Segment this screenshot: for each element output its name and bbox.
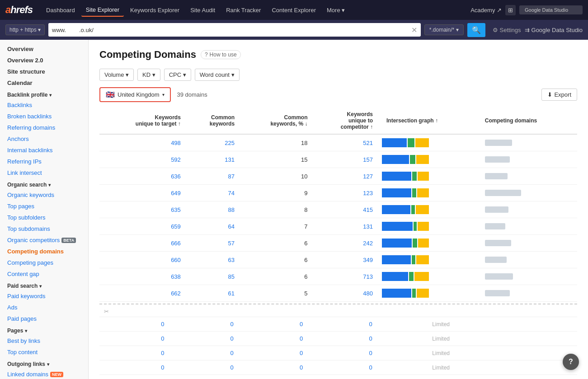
cell-common-kw[interactable]: 74 [185,185,239,201]
cpc-filter[interactable]: CPC ▾ [164,69,191,81]
grid-icon[interactable]: ⊞ [505,5,516,15]
cell-common-kw[interactable]: 85 [185,268,239,285]
table-row[interactable]: 659 64 7 131 [99,218,577,235]
table-row[interactable]: 592 131 15 157 [99,151,577,168]
cell-common-kw[interactable]: 57 [185,235,239,252]
sidebar-item-top-pages[interactable]: Top pages [0,201,88,212]
sidebar-item-anchors[interactable]: Anchors [0,133,88,145]
cell-kw-unique[interactable]: 498 [99,134,185,151]
gds-link[interactable]: ⇉ Google Data Studio [525,27,583,33]
cell-kw-competitor[interactable]: 127 [312,168,377,185]
table-row[interactable]: 662 61 5 480 [99,285,577,302]
settings-link[interactable]: ⚙ Settings [493,27,521,33]
limited-label: Limited [428,346,577,360]
sidebar-item-top-subdomains[interactable]: Top subdomains [0,223,88,234]
cell-kw-unique[interactable]: 662 [99,285,185,302]
sidebar-item-content-gap[interactable]: Content gap [0,268,88,280]
sidebar-item-referring-domains[interactable]: Referring domains [0,122,88,133]
sidebar-item-backlinks[interactable]: Backlinks [0,99,88,111]
nav-site-explorer[interactable]: Site Explorer [81,4,124,17]
cell-kw-competitor[interactable]: 480 [312,285,377,302]
cell-kw-unique[interactable]: 659 [99,218,185,235]
logo[interactable]: ahrefs [5,4,33,16]
sidebar-item-linked-domains[interactable]: Linked domains New [0,369,88,379]
url-clear-icon[interactable]: ✕ [411,26,417,34]
nav-site-audit[interactable]: Site Audit [186,4,220,16]
protocol-select[interactable]: http + https ▾ [5,24,45,35]
nav-keywords-explorer[interactable]: Keywords Explorer [126,4,184,16]
domain-mode-select[interactable]: *.domain/* ▾ [424,24,464,35]
cell-kw-competitor[interactable]: 123 [312,185,377,201]
cell-common-kw[interactable]: 64 [185,218,239,235]
table-row[interactable]: 649 74 9 123 [99,185,577,201]
search-button[interactable]: 🔍 [467,23,485,37]
nav-content-explorer[interactable]: Content Explorer [267,4,320,16]
table-row[interactable]: 638 85 6 713 [99,268,577,285]
volume-filter[interactable]: Volume ▾ [99,69,134,81]
nav-dashboard[interactable]: Dashboard [42,4,80,16]
help-button[interactable]: ? [563,354,579,370]
sidebar-item-overview[interactable]: Overview [0,43,88,55]
url-input[interactable] [52,27,411,33]
kd-filter[interactable]: KD ▾ [137,69,160,81]
cell-common-kw[interactable]: 63 [185,252,239,268]
cell-kw-unique[interactable]: 660 [99,252,185,268]
how-to-use-button[interactable]: ? How to use [201,50,241,59]
cell-common-kw[interactable]: 87 [185,168,239,185]
cell-common-kw[interactable]: 131 [185,151,239,168]
sidebar-item-site-structure[interactable]: Site structure [0,66,88,77]
nav-rank-tracker[interactable]: Rank Tracker [221,4,265,16]
table-row[interactable]: 635 88 8 415 [99,201,577,218]
cell-kw-competitor[interactable]: 157 [312,151,377,168]
cell-common-kw[interactable]: 61 [185,285,239,302]
country-select-button[interactable]: 🇬🇧 United Kingdom ▾ [99,87,171,102]
cell-kw-competitor[interactable]: 349 [312,252,377,268]
sidebar-item-internal-backlinks[interactable]: Internal backlinks [0,145,88,156]
locked-cell-3: 0 [238,346,307,360]
sidebar-item-organic-competitors[interactable]: Organic competitors BETA [0,234,88,246]
table-row[interactable]: 660 63 6 349 [99,252,577,268]
sidebar-item-broken-backlinks[interactable]: Broken backlinks [0,111,88,122]
sidebar-item-organic-keywords[interactable]: Organic keywords [0,189,88,201]
cell-kw-competitor[interactable]: 713 [312,268,377,285]
sidebar-item-paid-keywords[interactable]: Paid keywords [0,290,88,302]
cell-common-kw[interactable]: 88 [185,201,239,218]
sidebar-item-competing-pages[interactable]: Competing pages [0,257,88,268]
outgoing-arrow-icon: ▾ [47,362,49,367]
export-button[interactable]: ⬇ Export [541,89,577,101]
table-row[interactable]: 498 225 18 521 [99,134,577,151]
sidebar-item-competing-domains[interactable]: Competing domains [0,246,88,257]
sidebar-item-overview2[interactable]: Overview 2.0 [0,55,88,66]
table-row[interactable]: 636 87 10 127 [99,168,577,185]
sidebar-item-link-intersect[interactable]: Link intersect [0,167,88,178]
cell-kw-competitor[interactable]: 521 [312,134,377,151]
sidebar-item-referring-ips[interactable]: Referring IPs [0,156,88,167]
sidebar-section-paid[interactable]: Paid search ▾ [0,280,88,290]
nav-more[interactable]: More ▾ [322,4,349,16]
cell-kw-unique[interactable]: 666 [99,235,185,252]
sidebar-item-ads[interactable]: Ads [0,302,88,313]
cell-kw-unique[interactable]: 592 [99,151,185,168]
cell-kw-competitor[interactable]: 131 [312,218,377,235]
table-row[interactable]: 666 57 6 242 [99,235,577,252]
nav-academy[interactable]: Academy ↗ [470,7,502,14]
sidebar-section-pages[interactable]: Pages ▾ [0,324,88,335]
sidebar-item-top-subfolders[interactable]: Top subfolders [0,212,88,223]
cell-kw-unique[interactable]: 638 [99,268,185,285]
cell-common-kw[interactable]: 225 [185,134,239,151]
account-bar[interactable]: Google Data Studio [519,5,583,14]
cell-kw-competitor[interactable]: 242 [312,235,377,252]
sidebar-section-outgoing[interactable]: Outgoing links ▾ [0,358,88,369]
cell-kw-competitor[interactable]: 415 [312,201,377,218]
sidebar-item-top-content[interactable]: Top content [0,346,88,358]
sidebar-item-paid-pages[interactable]: Paid pages [0,313,88,324]
wordcount-filter[interactable]: Word count ▾ [195,69,240,81]
cell-kw-unique[interactable]: 636 [99,168,185,185]
cell-bar [377,151,480,168]
cell-kw-unique[interactable]: 649 [99,185,185,201]
sidebar-item-calendar[interactable]: Calendar [0,77,88,89]
sidebar-section-backlink[interactable]: Backlink profile ▾ [0,89,88,99]
sidebar-section-organic[interactable]: Organic search ▾ [0,178,88,189]
cell-kw-unique[interactable]: 635 [99,201,185,218]
sidebar-item-best-by-links[interactable]: Best by links [0,335,88,346]
